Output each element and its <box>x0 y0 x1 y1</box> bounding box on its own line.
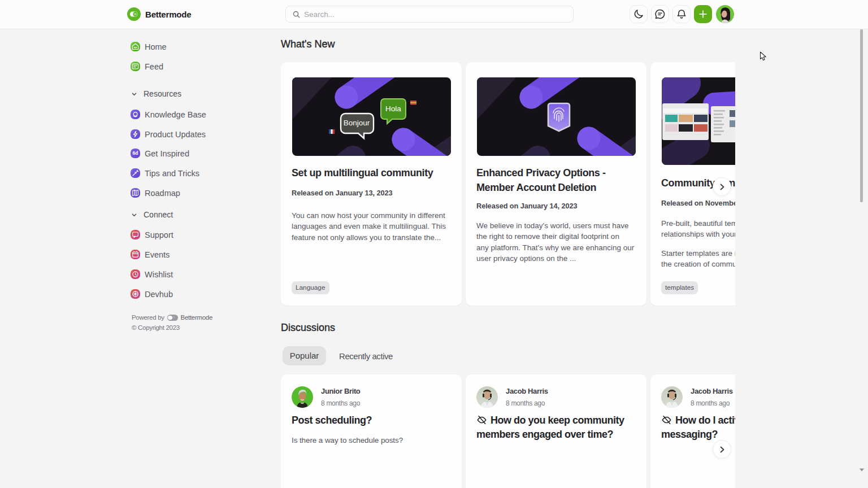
svg-text:Bonjour: Bonjour <box>344 119 370 127</box>
svg-text:Hola: Hola <box>385 104 401 113</box>
